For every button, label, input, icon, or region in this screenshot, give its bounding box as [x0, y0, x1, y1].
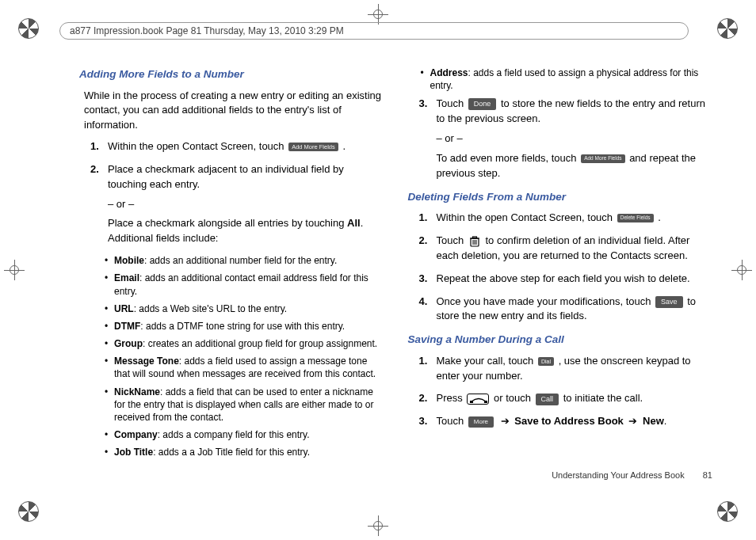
step-text: . — [664, 415, 667, 427]
field-desc: : creates an additional group field for … — [143, 338, 377, 349]
step-item: 2. Touch to confirm deletion of an indiv… — [419, 234, 713, 264]
field-item: Address: adds a field used to assign a p… — [421, 67, 713, 92]
save-button[interactable]: Save — [655, 296, 683, 308]
field-item: Company: adds a company field for this e… — [105, 428, 384, 441]
step-text: . — [658, 211, 661, 223]
field-item: Group: creates an additional group field… — [105, 337, 384, 350]
step-number: 1. — [90, 139, 99, 154]
step-item: 3. Touch Done to store the new fields to… — [419, 97, 713, 181]
step-text: Place a checkmark alongside all entries … — [108, 217, 347, 229]
step-item: 2. Press or touch Call to initiate the c… — [419, 391, 713, 406]
registration-mark-icon — [17, 500, 40, 523]
step-text: . — [342, 140, 346, 152]
field-item: NickName: adds a field that can be used … — [105, 386, 384, 424]
field-desc: : adds an additional number field for th… — [144, 255, 337, 266]
field-name: Company — [114, 429, 158, 440]
field-name: Message Tone — [114, 356, 179, 367]
step-text: To add even more fields, touch — [437, 152, 580, 164]
menu-path: New — [643, 415, 664, 427]
field-desc: : adds a Web site's URL to the entry. — [134, 303, 288, 314]
field-item: Message Tone: adds a field used to assig… — [105, 355, 384, 380]
field-name: Mobile — [114, 255, 144, 266]
delete-fields-button[interactable]: Delete Fields — [617, 214, 654, 222]
step-text: Within the open Contact Screen, touch — [108, 140, 287, 152]
call-button[interactable]: Call — [536, 394, 559, 405]
menu-path: Save to Address Book — [514, 415, 624, 427]
field-name: NickName — [114, 386, 160, 397]
page-footer: Understanding Your Address Book 81 — [552, 470, 712, 482]
left-column: Adding More Fields to a Number While in … — [79, 63, 384, 496]
field-desc: : adds a a Job Title field for this entr… — [153, 447, 310, 458]
step-text: Once you have made your modifications, t… — [437, 295, 655, 307]
more-button[interactable]: More — [468, 416, 494, 428]
step-text: to initiate the call. — [563, 392, 643, 404]
step-item: 2. Place a checkmark adjacent to an indi… — [90, 162, 384, 246]
step-number: 2. — [90, 162, 99, 177]
step-text: Touch — [437, 234, 467, 246]
dial-button[interactable]: Dial — [538, 357, 554, 366]
field-name: Address — [430, 67, 468, 78]
svg-rect-6 — [470, 401, 473, 403]
field-item: Mobile: adds an additional number field … — [105, 254, 384, 267]
step-item: 1. Within the open Contact Screen, touch… — [90, 139, 384, 154]
step-number: 3. — [419, 272, 428, 287]
page-content: Adding More Fields to a Number While in … — [79, 63, 712, 496]
section-heading-adding-fields: Adding More Fields to a Number — [79, 67, 384, 82]
step-text: Place a checkmark adjacent to an individ… — [108, 163, 344, 190]
or-text: – or – — [108, 197, 384, 212]
arrow-icon: ➔ — [501, 414, 510, 429]
field-desc: : adds an additional contact email addre… — [114, 272, 368, 296]
field-name: DTMF — [114, 321, 140, 332]
add-more-fields-button[interactable]: Add More Fields — [288, 143, 338, 152]
field-desc: : adds a company field for this entry. — [158, 429, 310, 440]
step-text: or touch — [494, 392, 534, 404]
field-item: URL: adds a Web site's URL to the entry. — [105, 302, 384, 315]
step-text: Make your call, touch — [437, 355, 536, 367]
field-name: Group — [114, 338, 143, 349]
right-column: Address: adds a field used to assign a p… — [408, 63, 713, 496]
arrow-icon: ➔ — [628, 414, 637, 429]
step-item: 3. Repeat the above step for each field … — [419, 272, 713, 287]
step-item: 1. Within the open Contact Screen, touch… — [419, 211, 713, 226]
step-item: 4. Once you have made your modifications… — [419, 295, 713, 325]
send-key-icon[interactable] — [467, 394, 489, 405]
step-number: 1. — [419, 211, 428, 226]
step-number: 1. — [419, 354, 428, 369]
field-item: Job Title: adds a a Job Title field for … — [105, 446, 384, 458]
step-number: 4. — [419, 295, 428, 310]
intro-text: While in the process of creating a new e… — [79, 89, 384, 134]
add-more-fields-button[interactable]: Add More Fields — [581, 154, 624, 163]
field-item: Email: adds an additional contact email … — [105, 272, 384, 297]
step-number: 2. — [419, 391, 428, 406]
footer-section: Understanding Your Address Book — [552, 470, 685, 480]
step-item: 3. Touch More ➔ Save to Address Book ➔ N… — [419, 414, 713, 429]
registration-mark-icon — [716, 17, 739, 40]
registration-mark-icon — [716, 500, 739, 523]
step-number: 2. — [419, 234, 428, 249]
step-text: Within the open Contact Screen, touch — [437, 211, 616, 223]
field-desc: : adds a field used to assign a physical… — [430, 67, 699, 91]
trash-icon[interactable] — [468, 235, 481, 248]
header-text: a877 Impression.book Page 81 Thursday, M… — [70, 25, 344, 36]
all-label: All — [347, 217, 361, 229]
field-item: DTMF: adds a DTMF tone string for use wi… — [105, 320, 384, 333]
step-text: Press — [437, 392, 466, 404]
svg-rect-7 — [484, 401, 487, 403]
step-text: Touch — [437, 415, 467, 427]
field-name: Email — [114, 272, 139, 283]
section-heading-saving-number: Saving a Number During a Call — [408, 332, 713, 348]
step-number: 3. — [419, 414, 428, 429]
registration-mark-icon — [17, 17, 40, 40]
done-button[interactable]: Done — [468, 98, 497, 110]
section-heading-deleting-fields: Deleting Fields From a Number — [408, 189, 713, 205]
footer-page-number: 81 — [703, 470, 712, 480]
document-header: a877 Impression.book Page 81 Thursday, M… — [59, 22, 689, 40]
step-text: Touch — [437, 97, 467, 109]
field-name: URL — [114, 303, 134, 314]
field-desc: : adds a DTMF tone string for use with t… — [140, 321, 345, 332]
or-text: – or – — [437, 131, 713, 146]
step-number: 3. — [419, 97, 428, 112]
step-text: Repeat the above step for each field you… — [437, 272, 690, 284]
step-item: 1. Make your call, touch Dial , use the … — [419, 354, 713, 384]
field-name: Job Title — [114, 447, 153, 458]
